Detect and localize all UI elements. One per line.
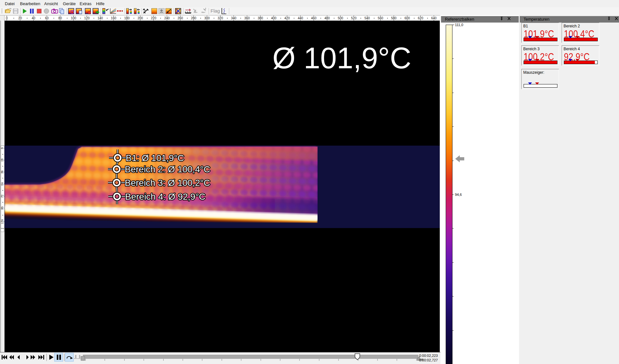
svg-text:340: 340 bbox=[231, 16, 236, 20]
svg-text:0: 0 bbox=[6, 16, 8, 20]
svg-text:120: 120 bbox=[1, 219, 4, 224]
svg-text:18: 18 bbox=[1, 158, 4, 162]
svg-text:280: 280 bbox=[191, 16, 196, 20]
svg-text:220: 220 bbox=[151, 16, 156, 20]
svg-text:20: 20 bbox=[18, 16, 22, 20]
svg-text:120: 120 bbox=[84, 16, 90, 20]
svg-text:80: 80 bbox=[58, 16, 62, 20]
svg-text:Bereich 2: Ø 100,4°C: Bereich 2: Ø 100,4°C bbox=[125, 164, 210, 174]
svg-text:140: 140 bbox=[97, 16, 103, 20]
svg-text:580: 580 bbox=[391, 16, 397, 20]
svg-text:Bereich 3: Ø 100,2°C: Bereich 3: Ø 100,2°C bbox=[125, 178, 210, 188]
svg-text:320: 320 bbox=[218, 16, 223, 20]
svg-text:300: 300 bbox=[204, 16, 210, 20]
svg-text:640: 640 bbox=[431, 16, 437, 20]
svg-text:94,6: 94,6 bbox=[455, 193, 462, 196]
svg-text:36: 36 bbox=[1, 170, 4, 174]
svg-text:240: 240 bbox=[164, 16, 170, 20]
svg-text:540: 540 bbox=[364, 16, 370, 20]
svg-text:54: 54 bbox=[1, 182, 4, 186]
svg-text:0: 0 bbox=[1, 147, 4, 149]
svg-text:Flag: Flag bbox=[211, 8, 220, 14]
svg-text:560: 560 bbox=[378, 16, 383, 20]
svg-text:90: 90 bbox=[1, 206, 4, 210]
svg-text:500: 500 bbox=[338, 16, 343, 20]
svg-text:72: 72 bbox=[1, 195, 4, 198]
svg-text:Bereich 4: Ø 92,9°C: Bereich 4: Ø 92,9°C bbox=[125, 192, 205, 202]
svg-text:0:00:02,223: 0:00:02,223 bbox=[419, 354, 438, 358]
svg-text:360: 360 bbox=[244, 16, 250, 20]
svg-text:B1: Ø 101,9°C: B1: Ø 101,9°C bbox=[126, 153, 184, 163]
svg-text:0:00:02,727: 0:00:02,727 bbox=[419, 358, 438, 362]
svg-text:440: 440 bbox=[298, 16, 303, 20]
svg-text:180: 180 bbox=[124, 16, 130, 20]
svg-text:100: 100 bbox=[71, 16, 76, 20]
svg-text:60: 60 bbox=[45, 16, 49, 20]
svg-text:600: 600 bbox=[405, 16, 410, 20]
svg-text:520: 520 bbox=[351, 16, 357, 20]
svg-text:380: 380 bbox=[258, 16, 263, 20]
svg-text:40: 40 bbox=[32, 16, 35, 20]
svg-text:420: 420 bbox=[284, 16, 290, 20]
svg-text:480: 480 bbox=[324, 16, 330, 20]
svg-text:260: 260 bbox=[178, 16, 183, 20]
svg-text:620: 620 bbox=[418, 16, 423, 20]
svg-text:460: 460 bbox=[311, 16, 317, 20]
svg-text:400: 400 bbox=[271, 16, 277, 20]
svg-text:Ø 101,9°C: Ø 101,9°C bbox=[272, 42, 411, 74]
svg-text:200: 200 bbox=[138, 16, 143, 20]
svg-text:160: 160 bbox=[111, 16, 116, 20]
svg-text:111,0: 111,0 bbox=[455, 23, 463, 27]
